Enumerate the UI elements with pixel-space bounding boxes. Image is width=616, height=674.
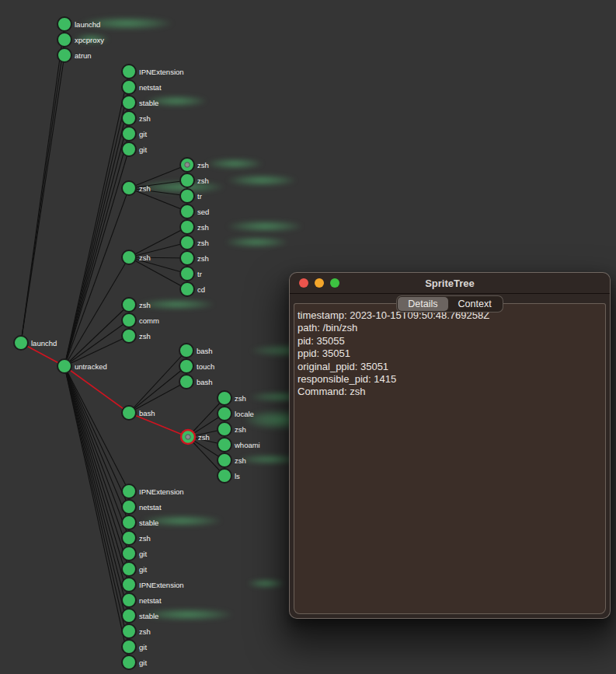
process-node-circle[interactable] [180, 267, 194, 281]
process-node-circle[interactable] [180, 236, 194, 250]
process-node[interactable]: netstat [122, 80, 162, 94]
process-node-circle[interactable] [218, 469, 231, 483]
process-node[interactable]: zsh [218, 422, 246, 436]
process-node-circle[interactable] [57, 33, 71, 47]
process-node-circle[interactable] [122, 80, 136, 94]
process-node-circle[interactable] [122, 593, 136, 607]
process-node[interactable]: launchd [14, 336, 57, 350]
process-node-circle[interactable] [180, 220, 194, 234]
process-node-label: git [139, 550, 147, 558]
process-node-circle[interactable] [122, 127, 136, 141]
process-node-circle[interactable] [179, 359, 193, 373]
process-node-circle[interactable] [122, 142, 136, 156]
process-node[interactable]: zsh [218, 391, 246, 405]
process-node[interactable]: bash [179, 344, 213, 358]
process-node-circle[interactable] [218, 391, 231, 405]
process-node[interactable]: locale [218, 407, 254, 421]
close-button[interactable] [299, 278, 308, 288]
process-node-circle[interactable] [122, 65, 136, 79]
process-node[interactable]: zsh [122, 329, 151, 343]
process-node[interactable]: git [122, 562, 147, 576]
tab-details[interactable]: Details [398, 297, 447, 311]
process-node-circle[interactable] [218, 438, 231, 452]
process-node[interactable]: zsh [180, 173, 209, 187]
process-node-circle[interactable] [122, 111, 136, 125]
process-node-circle[interactable] [122, 655, 136, 669]
process-node[interactable]: git [122, 655, 147, 669]
process-node[interactable]: zsh [122, 298, 151, 312]
process-node-circle[interactable] [218, 453, 231, 467]
process-node-circle[interactable] [122, 500, 136, 514]
process-node-circle[interactable] [180, 204, 194, 218]
process-node-circle[interactable] [180, 282, 194, 296]
process-node[interactable]: ls [218, 469, 240, 483]
process-node[interactable]: zsh [122, 531, 151, 545]
process-node[interactable]: cd [180, 282, 205, 296]
process-node[interactable]: netstat [122, 593, 162, 607]
process-node[interactable]: git [122, 127, 147, 141]
process-node[interactable]: comm [122, 313, 159, 327]
process-node[interactable]: zsh [122, 181, 151, 195]
process-node-circle[interactable] [122, 313, 136, 327]
process-node-circle[interactable] [122, 250, 136, 264]
process-node-circle[interactable] [179, 344, 193, 358]
process-node-circle[interactable] [180, 173, 194, 187]
process-node-circle[interactable] [218, 407, 231, 421]
process-node[interactable]: zsh [180, 236, 209, 250]
process-node[interactable]: git [122, 640, 147, 654]
process-node[interactable]: zsh [180, 158, 209, 172]
process-node[interactable]: IPNExtension [122, 578, 184, 592]
process-node[interactable]: git [122, 142, 147, 156]
process-node[interactable]: zsh [218, 453, 246, 467]
process-node[interactable]: git [122, 547, 147, 561]
process-node[interactable]: bash [122, 406, 155, 420]
process-node[interactable]: tr [180, 189, 202, 203]
process-node-circle[interactable] [179, 375, 193, 389]
process-node-circle[interactable] [57, 48, 71, 62]
process-node[interactable]: bash [179, 375, 213, 389]
process-node-circle[interactable] [122, 181, 136, 195]
process-node-circle[interactable] [180, 189, 194, 203]
process-node[interactable]: stable [122, 96, 158, 110]
process-node-circle[interactable] [122, 547, 136, 561]
process-node-circle[interactable] [122, 531, 136, 545]
process-node-circle[interactable] [180, 251, 194, 265]
process-node[interactable]: IPNExtension [122, 65, 184, 79]
process-node-circle[interactable] [122, 578, 136, 592]
process-node-circle[interactable] [122, 484, 136, 498]
process-node[interactable]: untracked [57, 359, 107, 373]
process-node[interactable]: launchd [57, 17, 100, 31]
process-node-circle[interactable] [57, 17, 71, 31]
tab-context[interactable]: Context [448, 297, 502, 311]
process-node[interactable]: IPNExtension [122, 484, 184, 498]
window-titlebar[interactable]: SpriteTree [290, 273, 610, 294]
process-node-circle[interactable] [122, 329, 136, 343]
process-node[interactable]: sed [180, 204, 209, 218]
sprite-tree-window[interactable]: SpriteTree Details Context timestamp: 20… [289, 272, 611, 619]
process-node-circle[interactable] [122, 515, 136, 529]
process-node[interactable]: atrun [57, 48, 92, 62]
process-node[interactable]: xpcproxy [57, 33, 104, 47]
process-node-circle[interactable] [122, 562, 136, 576]
process-node-circle[interactable] [14, 336, 28, 350]
process-node-circle[interactable] [218, 422, 231, 436]
zoom-button[interactable] [330, 278, 339, 288]
process-node-circle[interactable] [122, 609, 136, 623]
process-node-circle[interactable] [122, 640, 136, 654]
process-node[interactable]: zsh [122, 624, 151, 638]
process-node[interactable]: netstat [122, 500, 162, 514]
process-node-circle[interactable] [122, 96, 136, 110]
process-node[interactable]: zsh [180, 251, 209, 265]
process-node[interactable]: touch [179, 359, 214, 373]
process-node[interactable]: stable [122, 515, 158, 529]
process-node[interactable]: whoami [218, 438, 260, 452]
minimize-button[interactable] [315, 278, 324, 288]
process-node-circle[interactable] [122, 298, 136, 312]
process-node[interactable]: zsh [180, 220, 209, 234]
process-node-circle[interactable] [122, 406, 136, 420]
process-node-circle[interactable] [122, 624, 136, 638]
process-node[interactable]: stable [122, 609, 158, 623]
process-node-circle[interactable] [57, 359, 71, 373]
process-node[interactable]: zsh [122, 111, 151, 125]
process-node[interactable]: tr [180, 267, 202, 281]
